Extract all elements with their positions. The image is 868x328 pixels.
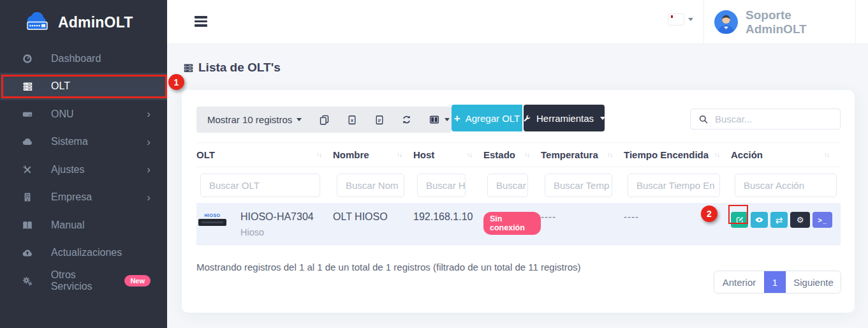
- nombre-cell: OLT HIOSO: [333, 211, 413, 223]
- transfer-button[interactable]: [770, 212, 788, 228]
- table-row[interactable]: HIOSO HIOSO-HA7304 Hioso OLT HIOSO 192.1…: [196, 203, 841, 245]
- column-header-estado[interactable]: Estado: [483, 149, 541, 160]
- terminal-button[interactable]: [813, 212, 832, 228]
- table-info: Mostrando registros del 1 al 1 de un tot…: [196, 262, 581, 272]
- hdd-icon: [21, 108, 34, 120]
- column-header-host[interactable]: Host: [413, 149, 483, 160]
- building-icon: [21, 191, 34, 203]
- sidebar-item-otros-servicios[interactable]: Otros Servicios New: [0, 267, 167, 295]
- tools-dropdown-button[interactable]: Herramientas: [524, 105, 605, 131]
- table-controls: Mostrar 10 registros x: [196, 107, 452, 133]
- olt-table: OLT Nombre Host Estado Temperatura Tiemp…: [196, 142, 841, 245]
- sort-icon[interactable]: [524, 151, 529, 158]
- server-icon: [21, 81, 34, 92]
- page-title: Lista de OLT's: [183, 61, 281, 75]
- filter-temperatura-input[interactable]: [545, 174, 612, 197]
- sort-icon[interactable]: [316, 151, 321, 158]
- column-header-tiempo[interactable]: Tiempo Encendida: [624, 149, 731, 160]
- sort-icon[interactable]: [397, 151, 402, 158]
- spain-flag-icon: [668, 14, 684, 25]
- sidebar-item-label: Dashboard: [51, 53, 101, 64]
- tools-icon: [21, 164, 34, 175]
- filter-host-input[interactable]: [417, 174, 466, 197]
- sidebar-item-onu[interactable]: ONU ›: [0, 100, 167, 128]
- language-selector[interactable]: [668, 14, 693, 25]
- sort-icon[interactable]: [824, 151, 829, 158]
- temperatura-cell: ----: [541, 211, 624, 222]
- refresh-icon[interactable]: [401, 114, 413, 126]
- filter-estado-input[interactable]: [487, 174, 528, 197]
- user-menu[interactable]: Soporte AdminOLT: [703, 0, 856, 44]
- copy-icon[interactable]: [318, 114, 330, 126]
- column-visibility-icon[interactable]: [428, 114, 440, 126]
- sidebar-item-label: Manual: [51, 220, 84, 231]
- chevron-down-icon[interactable]: [445, 118, 450, 121]
- status-badge: Sin conexión: [483, 212, 541, 235]
- topbar: Soporte AdminOLT: [167, 0, 868, 44]
- olt-list-card: Mostrar 10 registros x: [182, 90, 855, 313]
- pagination-page-1[interactable]: 1: [764, 271, 786, 293]
- host-cell: 192.168.1.10: [413, 211, 483, 223]
- column-header-temperatura[interactable]: Temperatura: [541, 149, 624, 160]
- cloud-upload-icon: [21, 247, 34, 258]
- column-header-accion[interactable]: Acción: [731, 149, 841, 160]
- table-filter-row: [196, 167, 841, 203]
- pagination: Anterior 1 Siguiente: [714, 271, 841, 293]
- view-button[interactable]: [751, 212, 768, 228]
- sort-icon[interactable]: [467, 151, 472, 158]
- brand[interactable]: AdminOLT: [0, 0, 167, 45]
- gears-icon: [21, 275, 34, 287]
- sidebar-item-olt[interactable]: OLT: [0, 73, 167, 101]
- sidebar-item-label: Ajustes: [51, 164, 84, 175]
- edit-button[interactable]: [731, 212, 748, 228]
- hamburger-menu-icon[interactable]: [195, 16, 207, 29]
- sidebar-item-actualizaciones[interactable]: Actualizaciones: [0, 239, 167, 267]
- chevron-right-icon: ›: [147, 164, 151, 175]
- chevron-right-icon: ›: [147, 108, 151, 119]
- annotation-marker-2: 2: [701, 205, 717, 222]
- action-buttons: [731, 212, 841, 228]
- sidebar-item-ajustes[interactable]: Ajustes ›: [0, 156, 167, 184]
- length-selector[interactable]: Mostrar 10 registros: [207, 114, 292, 125]
- chevron-down-icon: [600, 117, 605, 120]
- file-export-icon[interactable]: [373, 114, 385, 126]
- excel-export-icon[interactable]: x: [346, 114, 358, 126]
- estado-cell: Sin conexión: [483, 211, 541, 235]
- svg-text:x: x: [351, 117, 353, 123]
- column-header-nombre[interactable]: Nombre: [333, 149, 413, 160]
- add-olt-button[interactable]: + Agregar OLT: [452, 105, 522, 131]
- page-title-text: Lista de OLT's: [198, 61, 281, 75]
- filter-accion-input[interactable]: [735, 174, 837, 197]
- olt-cell: HIOSO HIOSO-HA7304 Hioso: [196, 211, 333, 237]
- sidebar-item-dashboard[interactable]: Dashboard: [0, 45, 167, 73]
- settings-button[interactable]: [790, 212, 810, 228]
- sidebar-item-label: Otros Servicios: [51, 269, 119, 292]
- sidebar-item-manual[interactable]: Manual: [0, 211, 167, 239]
- book-icon: [21, 220, 34, 231]
- wrench-icon: [523, 114, 531, 123]
- filter-tiempo-input[interactable]: [628, 174, 720, 197]
- column-header-olt[interactable]: OLT: [196, 149, 333, 160]
- filter-nombre-input[interactable]: [337, 174, 404, 197]
- filter-olt-input[interactable]: [200, 174, 320, 197]
- sidebar-item-sistema[interactable]: Sistema ›: [0, 128, 167, 156]
- search-input[interactable]: [715, 114, 823, 124]
- pagination-next[interactable]: Siguiente: [786, 271, 841, 293]
- cloud-icon: [21, 136, 34, 147]
- chevron-down-icon: [297, 118, 302, 121]
- speedometer-icon: [21, 53, 34, 64]
- adminolt-logo-icon: [23, 12, 52, 33]
- olt-device-image: HIOSO: [196, 211, 228, 237]
- chevron-down-icon: [688, 18, 693, 21]
- brand-name: AdminOLT: [58, 14, 133, 31]
- pagination-previous[interactable]: Anterior: [714, 271, 764, 293]
- server-icon: [183, 63, 194, 73]
- chevron-right-icon: ›: [147, 137, 151, 147]
- sidebar-item-label: Empresa: [51, 191, 92, 203]
- olt-vendor: Hioso: [240, 227, 314, 237]
- olt-model: HIOSO-HA7304: [240, 211, 314, 223]
- sidebar-item-empresa[interactable]: Empresa ›: [0, 184, 167, 212]
- table-header-row: OLT Nombre Host Estado Temperatura Tiemp…: [196, 142, 841, 167]
- sort-icon[interactable]: [714, 151, 719, 158]
- sort-icon[interactable]: [607, 151, 612, 158]
